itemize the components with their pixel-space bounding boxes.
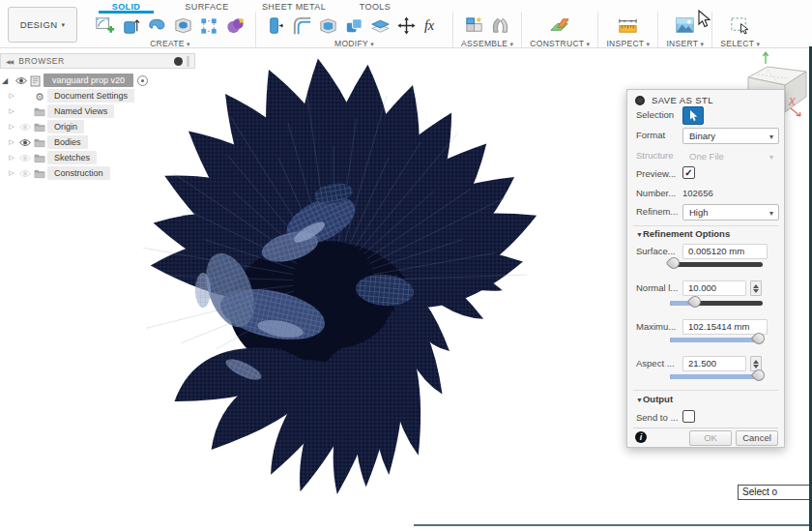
tree-item-label[interactable]: Named Views [47, 104, 114, 118]
workspace-switcher-button[interactable]: DESIGN ▾ [8, 7, 77, 43]
expand-arrow-icon[interactable]: ▷ [6, 107, 17, 115]
press-pull-icon[interactable] [264, 14, 288, 38]
joint-icon[interactable] [488, 14, 512, 38]
group-label-modify[interactable]: MODIFY [334, 39, 374, 48]
tree-item-sketches[interactable]: ▷Sketches [6, 150, 195, 165]
expand-arrow-icon[interactable]: ▷ [6, 138, 17, 146]
hole-icon[interactable] [171, 14, 195, 38]
group-label-create[interactable]: CREATE [150, 39, 190, 48]
normal-deviation-spinner[interactable] [750, 280, 762, 296]
maximum-edge-length-slider[interactable] [670, 338, 763, 342]
combine-icon[interactable] [342, 14, 366, 38]
browser-scrollbar[interactable] [187, 56, 189, 67]
normal-deviation-label: Normal l... [636, 282, 680, 293]
surface-deviation-input[interactable]: 0.005120 mm [682, 244, 768, 259]
expand-arrow-icon[interactable]: ▷ [6, 123, 17, 131]
browser-tree: ◢ vanguard prop v20 ▷⚙Document Settings▷… [0, 69, 195, 181]
visibility-eye-icon[interactable] [17, 138, 32, 147]
preview-label: Preview... [636, 168, 680, 179]
group-modify: fx MODIFY [255, 12, 452, 48]
tree-item-document-settings[interactable]: ▷⚙Document Settings [6, 88, 195, 103]
workspace-switcher-label: DESIGN [20, 19, 58, 30]
visibility-eye-icon[interactable] [14, 76, 28, 85]
browser-header[interactable]: ◀◀ BROWSER [0, 53, 195, 69]
refinement-dropdown[interactable]: High [682, 204, 779, 221]
tree-item-bodies[interactable]: ▷Bodies [6, 134, 195, 150]
expand-arrow-icon[interactable]: ▷ [6, 92, 17, 100]
normal-deviation-slider[interactable] [670, 301, 763, 306]
dialog-titlebar[interactable]: SAVE AS STL [635, 95, 713, 105]
tree-item-root-component[interactable]: ◢ vanguard prop v20 [2, 73, 195, 88]
selection-label: Selection [636, 109, 680, 120]
split-body-icon[interactable] [368, 14, 392, 38]
structure-dropdown: One File [682, 148, 779, 164]
expand-arrow-icon[interactable]: ◢ [2, 76, 14, 85]
tree-item-named-views[interactable]: ▷Named Views [6, 103, 195, 119]
move-icon[interactable] [394, 14, 419, 38]
expand-arrow-icon[interactable]: ▷ [6, 169, 17, 177]
mouse-cursor-icon [698, 10, 711, 33]
preview-checkbox[interactable]: ✓ [682, 166, 695, 179]
browser-menu-icon[interactable] [174, 57, 183, 66]
tree-item-origin[interactable]: ▷Origin [6, 119, 195, 134]
x-axis-arrow [791, 108, 800, 116]
output-section-header[interactable]: Output [636, 394, 673, 404]
selection-tool-button[interactable] [682, 106, 704, 125]
tree-item-label[interactable]: Construction [47, 166, 110, 180]
aspect-ratio-input[interactable]: 21.500 [682, 356, 746, 371]
fillet-icon[interactable] [290, 14, 314, 38]
maximum-edge-length-input[interactable]: 102.15414 mm [682, 319, 768, 335]
tree-item-label[interactable]: Sketches [47, 151, 97, 164]
number-of-triangles-value: 102656 [682, 188, 713, 198]
group-label-select[interactable]: SELECT [720, 39, 760, 48]
status-tooltip: Select o [738, 485, 812, 500]
group-label-assemble[interactable]: ASSEMBLE [461, 39, 513, 48]
fusion360-window: DESIGN ▾ SOLID SURFACE SHEET METAL TOOLS… [0, 0, 812, 531]
insert-image-icon[interactable] [673, 14, 697, 38]
visibility-eye-icon[interactable] [17, 154, 32, 162]
chevron-down-icon: ▾ [61, 21, 65, 29]
normal-deviation-input[interactable]: 10.000 [682, 280, 746, 296]
group-create: CREATE [85, 12, 255, 48]
tree-item-label[interactable]: Document Settings [47, 89, 134, 103]
change-parameters-icon[interactable]: fx [420, 14, 445, 38]
send-to-print-utility-label: Send to ... [636, 412, 680, 423]
shell-icon[interactable] [316, 14, 340, 38]
aspect-ratio-slider[interactable] [670, 374, 763, 379]
surface-deviation-label: Surface... [636, 246, 680, 256]
construct-plane-icon[interactable] [548, 14, 572, 38]
browser-panel: ◀◀ BROWSER ◢ vanguard prop v20 ▷⚙Documen… [0, 53, 195, 181]
visibility-eye-icon[interactable] [17, 169, 32, 178]
expand-arrow-icon[interactable]: ▷ [6, 154, 17, 162]
new-component-icon[interactable] [462, 14, 486, 38]
collapse-panel-icon[interactable]: ◀◀ [6, 58, 13, 65]
tree-item-label[interactable]: Origin [47, 120, 84, 133]
pattern-icon[interactable] [197, 14, 221, 38]
group-label-inspect[interactable]: INSPECT [606, 39, 650, 48]
cancel-button[interactable]: Cancel [736, 430, 778, 446]
select-icon[interactable] [728, 14, 752, 38]
create-form-icon[interactable] [223, 14, 247, 38]
format-dropdown[interactable]: Binary [682, 128, 779, 144]
tree-item-construction[interactable]: ▷Construction [6, 165, 195, 181]
activate-component-radio[interactable] [137, 75, 148, 86]
save-as-stl-dialog: SAVE AS STL Selection Format Binary Stru… [626, 89, 785, 448]
send-to-checkbox[interactable] [682, 410, 695, 423]
visibility-eye-icon[interactable] [17, 123, 32, 132]
dialog-grip-icon[interactable] [635, 96, 645, 105]
dialog-title: SAVE AS STL [652, 95, 713, 105]
extrude-icon[interactable] [119, 14, 143, 38]
surface-deviation-slider[interactable] [670, 262, 763, 267]
format-label: Format [636, 130, 680, 140]
refinement-options-section-header[interactable]: Refinement Options [636, 228, 730, 239]
tree-item-label[interactable]: Bodies [47, 135, 88, 149]
revolve-icon[interactable] [145, 14, 169, 38]
measure-icon[interactable] [616, 14, 640, 38]
info-icon[interactable]: i [635, 431, 647, 443]
group-label-insert[interactable]: INSERT [666, 39, 704, 48]
aspect-ratio-label: Aspect ... [636, 358, 680, 369]
sketch-icon[interactable] [93, 14, 117, 38]
group-label-construct[interactable]: CONSTRUCT [530, 39, 590, 48]
root-component-label[interactable]: vanguard prop v20 [44, 74, 133, 87]
ok-button[interactable]: OK [689, 430, 732, 446]
